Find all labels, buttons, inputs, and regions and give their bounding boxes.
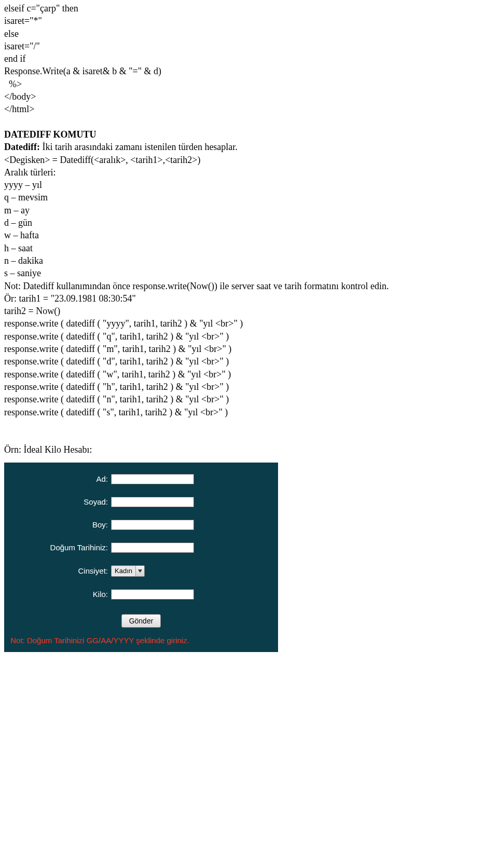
code-line: response.write ( datediff ( "h", tarih1,…: [4, 381, 494, 393]
code-line: yyyy – yıl: [4, 179, 494, 191]
code-line: tarih2 = Now(): [4, 305, 494, 317]
label-ad: Ad:: [9, 474, 111, 483]
code-line: response.write ( datediff ( "w", tarih1,…: [4, 368, 494, 381]
form-row-boy: Boy:: [4, 513, 278, 536]
code-line: %>: [4, 78, 494, 90]
document-body: elseif c="çarp" then isaret="*" else isa…: [0, 0, 498, 458]
code-line: <Degisken> = Datediff(<aralık>, <tarih1>…: [4, 154, 494, 166]
code-line: </body>: [4, 90, 494, 103]
label-boy: Boy:: [9, 520, 111, 529]
code-line: response.write ( datediff ( "m", tarih1,…: [4, 343, 494, 355]
form-row-kilo: Kilo:: [4, 583, 278, 606]
label-soyad: Soyad:: [9, 497, 111, 506]
blank-line: [4, 116, 494, 128]
input-dogum[interactable]: [111, 542, 194, 553]
code-line: response.write ( datediff ( "q", tarih1,…: [4, 330, 494, 343]
code-line: response.write ( datediff ( "s", tarih1,…: [4, 406, 494, 418]
chevron-down-icon: [135, 566, 144, 576]
select-cinsiyet[interactable]: Kadın: [111, 565, 145, 577]
input-kilo[interactable]: [111, 589, 194, 600]
select-cinsiyet-value: Kadın: [112, 566, 135, 576]
code-line: isaret="*": [4, 15, 494, 27]
label-dogum: Doğum Tarihiniz:: [9, 543, 111, 552]
form-panel: Ad: Soyad: Boy: Doğum Tarihiniz: Cinsiye…: [4, 463, 278, 652]
submit-row: Gönder: [4, 606, 278, 632]
label-kilo: Kilo:: [9, 590, 111, 599]
code-line: Ör: tarih1 = "23.09.1981 08:30:54": [4, 292, 494, 305]
datediff-bold: Datediff:: [4, 142, 40, 152]
code-line: end if: [4, 52, 494, 65]
code-line: n – dakika: [4, 254, 494, 267]
code-line: isaret="/": [4, 40, 494, 52]
code-line: s – saniye: [4, 267, 494, 279]
code-line: m – ay: [4, 204, 494, 216]
code-line: response.write ( datediff ( "yyyy", tari…: [4, 317, 494, 330]
code-line: elseif c="çarp" then: [4, 2, 494, 15]
code-line: Aralık türleri:: [4, 166, 494, 179]
code-line: Response.Write(a & isaret& b & "=" & d): [4, 65, 494, 77]
code-line: else: [4, 28, 494, 40]
code-line: </html>: [4, 103, 494, 115]
code-line: h – saat: [4, 242, 494, 254]
input-boy[interactable]: [111, 520, 194, 530]
code-line: response.write ( datediff ( "d", tarih1,…: [4, 355, 494, 368]
blank-line: [4, 431, 494, 443]
code-line: q – mevsim: [4, 191, 494, 204]
submit-button[interactable]: Gönder: [121, 614, 161, 628]
form-note: Not: Doğum Tarihinizi GG/AA/YYYY şeklind…: [4, 632, 278, 645]
form-row-cinsiyet: Cinsiyet: Kadın: [4, 559, 278, 583]
form-row-dogum: Doğum Tarihiniz:: [4, 536, 278, 559]
code-line: w – hafta: [4, 229, 494, 241]
code-line: d – gün: [4, 216, 494, 229]
form-row-soyad: Soyad:: [4, 491, 278, 513]
input-soyad[interactable]: [111, 497, 194, 507]
datediff-desc-line: Datediff: İki tarih arasındaki zamanı is…: [4, 141, 494, 153]
input-ad[interactable]: [111, 474, 194, 484]
code-line: response.write ( datediff ( "n", tarih1,…: [4, 393, 494, 405]
heading-datediff: DATEDIFF KOMUTU: [4, 128, 494, 141]
label-cinsiyet: Cinsiyet:: [9, 566, 111, 575]
form-row-ad: Ad:: [4, 468, 278, 491]
example-heading: Örn: İdeal Kilo Hesabı:: [4, 443, 494, 456]
code-line: Not: Datediff kullanımından önce respons…: [4, 280, 494, 292]
blank-line: [4, 418, 494, 431]
datediff-desc: İki tarih arasındaki zamanı istenilen tü…: [40, 142, 238, 152]
